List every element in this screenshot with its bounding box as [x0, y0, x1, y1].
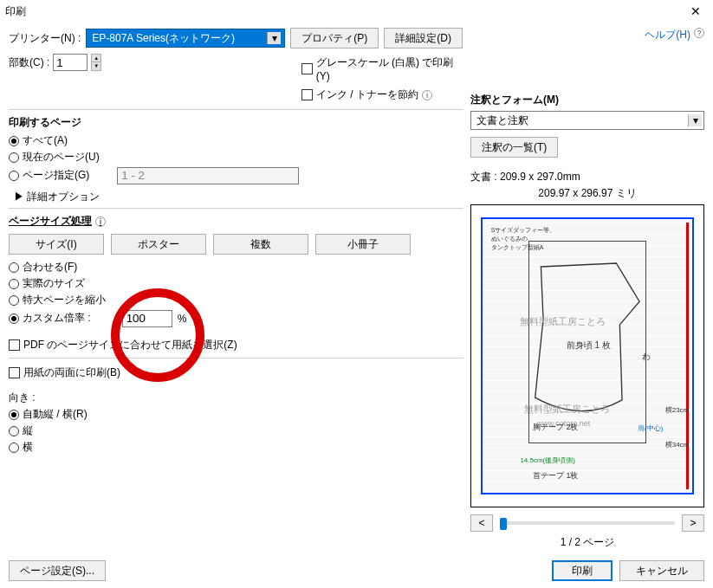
pager-label: 1 / 2 ページ — [470, 535, 704, 550]
spinner-up-icon[interactable]: ▲ — [92, 55, 100, 62]
custom-scale-radio[interactable]: カスタム倍率 : — [9, 311, 91, 326]
pdf-paper-checkbox[interactable]: PDF のページサイズに合わせて用紙を選択(Z) — [9, 338, 463, 352]
pager-next-button[interactable]: > — [682, 514, 704, 532]
checkbox-box-icon — [301, 89, 313, 100]
preview-w23: 横23cm — [665, 405, 690, 415]
print-button[interactable]: 印刷 — [552, 560, 613, 581]
page-setup-button[interactable]: ページ設定(S)... — [9, 560, 106, 581]
ink-save-label: インク / トナーを節約 — [316, 87, 418, 102]
actual-radio[interactable]: 実際のサイズ — [9, 276, 463, 291]
preview-watermark2: 無料型紙工房ことろ — [524, 403, 610, 416]
orient-title: 向き : — [9, 391, 463, 405]
pager-prev-button[interactable]: < — [470, 514, 493, 532]
pages-current-label: 現在のページ(U) — [23, 150, 100, 165]
document-size-label: 文書 : 209.9 x 297.0mm — [470, 170, 704, 184]
annot-combo-value: 文書と注釈 — [476, 113, 528, 128]
preview-wa-label: わ — [642, 351, 651, 363]
copies-spinner[interactable]: ▲ ▼ — [91, 54, 101, 71]
orient-portrait-radio[interactable]: 縦 — [9, 423, 463, 438]
printer-label: プリンター(N) : — [9, 31, 81, 46]
info-icon: i — [95, 216, 106, 227]
checkbox-box-icon — [301, 63, 313, 74]
pages-range-label: ページ指定(G) — [23, 168, 89, 183]
orient-landscape-radio[interactable]: 横 — [9, 440, 463, 455]
annot-list-button[interactable]: 注釈の一覧(T) — [470, 137, 558, 158]
chevron-down-icon: ▾ — [267, 32, 281, 44]
tab-poster[interactable]: ポスター — [111, 234, 206, 255]
info-icon: ? — [694, 28, 704, 38]
orient-auto-label: 自動縦 / 横(R) — [23, 407, 88, 422]
help-link[interactable]: ヘルプ(H) — [645, 28, 690, 42]
preview-redline-icon — [686, 223, 689, 489]
chevron-down-icon: ▾ — [688, 114, 702, 126]
actual-label: 実際のサイズ — [23, 276, 85, 291]
checkbox-box-icon — [9, 367, 20, 378]
orient-auto-radio[interactable]: 自動縦 / 横(R) — [9, 407, 463, 422]
print-preview: Sサイズダッフィー等、 ぬいぐるみの タンクトップ型紙A 無料型紙工房ことろ 前… — [470, 204, 704, 507]
printer-select[interactable]: EP-807A Series(ネットワーク) ▾ — [86, 29, 285, 48]
slider-thumb-icon — [500, 518, 507, 530]
preview-len: 14.5cm(後身頃側) — [520, 456, 575, 465]
custom-scale-unit: % — [178, 313, 187, 325]
orient-landscape-label: 横 — [23, 440, 33, 455]
spinner-down-icon[interactable]: ▼ — [92, 62, 100, 70]
printer-selected-value: EP-807A Series(ネットワーク) — [92, 31, 235, 46]
pages-section-title: 印刷するページ — [9, 115, 463, 130]
custom-scale-input[interactable] — [122, 310, 172, 327]
pages-current-radio[interactable]: 現在のページ(U) — [9, 150, 463, 165]
ink-save-checkbox[interactable]: インク / トナーを節約 i — [301, 87, 463, 102]
pages-range-radio[interactable]: ページ指定(G) — [9, 168, 89, 183]
advanced-options-toggle[interactable]: ▶ 詳細オプション — [14, 190, 463, 204]
fit-radio[interactable]: 合わせる(F) — [9, 260, 463, 275]
annot-combo[interactable]: 文書と注釈 ▾ — [470, 111, 704, 130]
copies-input[interactable] — [53, 54, 88, 71]
window-title: 印刷 — [5, 4, 26, 19]
size-section-title: ページサイズ処理 — [9, 214, 92, 229]
tab-multi[interactable]: 複数 — [213, 234, 308, 255]
shrink-radio[interactable]: 特大ページを縮小 — [9, 293, 463, 307]
page-slider[interactable] — [500, 521, 675, 525]
tab-size[interactable]: サイズ(I) — [9, 234, 104, 255]
copies-label: 部数(C) : — [9, 55, 49, 70]
pdf-paper-label: PDF のページサイズに合わせて用紙を選択(Z) — [23, 338, 237, 352]
orient-portrait-label: 縦 — [23, 423, 33, 438]
preview-chest: 胸テープ 2枚 — [533, 422, 579, 433]
properties-button[interactable]: プロパティ(P) — [290, 28, 379, 48]
tab-booklet[interactable]: 小冊子 — [315, 234, 411, 255]
duplex-label: 用紙の両面に印刷(B) — [23, 365, 120, 380]
grayscale-label: グレースケール (白黒) で印刷(Y) — [316, 55, 463, 82]
preview-size-label: 209.97 x 296.97 ミリ — [470, 186, 704, 201]
preview-neck: 首テープ 1枚 — [533, 470, 579, 481]
preview-front-label: 前身頃 1 枚 — [567, 339, 611, 352]
preview-shoulder: 肩(中心) — [638, 423, 663, 433]
info-icon: i — [422, 90, 432, 100]
preview-w34: 横34cm — [665, 440, 690, 449]
fit-label: 合わせる(F) — [23, 260, 77, 275]
grayscale-checkbox[interactable]: グレースケール (白黒) で印刷(Y) — [301, 55, 463, 82]
custom-label: カスタム倍率 : — [23, 311, 91, 326]
pages-all-radio[interactable]: すべて(A) — [9, 133, 463, 148]
checkbox-box-icon — [9, 339, 20, 351]
shrink-label: 特大ページを縮小 — [23, 293, 106, 307]
cancel-button[interactable]: キャンセル — [619, 560, 704, 581]
advanced-settings-button[interactable]: 詳細設定(D) — [384, 28, 463, 48]
preview-heading: Sサイズダッフィー等、 ぬいぐるみの タンクトップ型紙A — [491, 226, 556, 252]
close-icon[interactable]: ✕ — [684, 3, 708, 20]
pages-range-input[interactable] — [117, 167, 299, 184]
annot-title: 注釈とフォーム(M) — [470, 93, 704, 107]
pages-all-label: すべて(A) — [23, 133, 68, 148]
preview-watermark: 無料型紙工房ことろ — [520, 315, 606, 328]
duplex-checkbox[interactable]: 用紙の両面に印刷(B) — [9, 365, 463, 380]
